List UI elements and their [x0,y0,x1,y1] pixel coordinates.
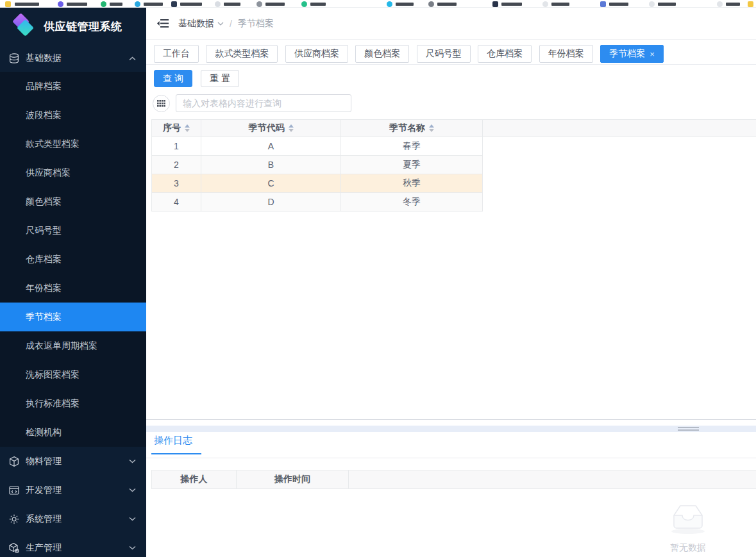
season-table-header: 序号 季节代码 季节名称 [151,119,756,137]
bookmark-label-stub [110,3,122,6]
sidebar-item[interactable]: 品牌档案 [0,72,146,101]
grid-icon [157,100,165,107]
column-label: 季节名称 [389,122,425,134]
tab-supplier[interactable]: 供应商档案 [285,45,348,63]
cell-index: 4 [152,193,201,212]
tab-warehouse[interactable]: 仓库档案 [478,45,532,63]
log-tab-underline [146,458,756,458]
bookmark-favicon-icon[interactable] [748,1,753,7]
query-button[interactable]: 查 询 [154,70,192,87]
sidebar-item[interactable]: 仓库档案 [0,245,146,274]
cell-index: 2 [152,156,201,174]
sidebar-section-label: 基础数据 [26,53,129,64]
bookmark-favicon-icon[interactable] [5,1,11,7]
sidebar-item[interactable]: 年份档案 [0,274,146,303]
bookmark-favicon-icon[interactable] [649,1,655,7]
tab-style-type[interactable]: 款式类型档案 [206,45,278,63]
sidebar-section-basic-data[interactable]: 基础数据 [0,45,146,72]
tab-label: 季节档案 [609,48,645,60]
sidebar-item[interactable]: 供应商档案 [0,158,146,187]
sidebar-section-material[interactable]: 物料管理 [0,447,146,476]
cell-index: 3 [152,174,201,193]
bookmark-label-stub [726,3,740,6]
production-icon [8,542,20,554]
bookmark-label-stub [609,3,628,6]
tab-size[interactable]: 尺码号型 [417,45,471,63]
bookmark-favicon-icon[interactable] [492,1,498,7]
table-row[interactable]: 4 D 冬季 [151,193,483,212]
bookmark-label-stub [437,3,457,6]
breadcrumb-separator: / [230,19,232,29]
sidebar-item-active[interactable]: 季节档案 [0,303,146,331]
bookmark-label-stub [658,3,676,6]
column-header-operator: 操作人 [152,470,237,488]
app-logo-row: 供应链管理系统 [0,8,146,45]
sidebar-item[interactable]: 波段档案 [0,101,146,129]
empty-inbox-icon [666,500,710,535]
sidebar-section-system[interactable]: 系统管理 [0,504,146,533]
panel-divider [146,419,756,420]
panel-splitter [146,426,756,432]
bookmark-favicon-icon[interactable] [717,1,723,7]
tab-year[interactable]: 年份档案 [539,45,593,63]
breadcrumb-root-label: 基础数据 [178,18,214,29]
sidebar-submenu: 品牌档案 波段档案 款式类型档案 供应商档案 颜色档案 尺码号型 仓库档案 年份… [0,72,146,447]
bookmark-favicon-icon[interactable] [542,1,548,7]
sidebar-item[interactable]: 洗标图案档案 [0,360,146,389]
column-settings-button[interactable] [153,95,170,112]
sidebar-section-production[interactable]: 生产管理 [0,533,146,557]
menu-fold-icon[interactable] [157,19,169,28]
sidebar-item[interactable]: 执行标准档案 [0,389,146,418]
empty-state: 暂无数据 [659,500,718,554]
sort-icon [289,124,294,132]
tab-close-icon[interactable]: × [650,50,655,58]
bookmark-favicon-icon[interactable] [101,1,106,7]
column-label: 季节代码 [249,122,285,134]
splitter-handle[interactable] [678,427,699,431]
cell-season-name: 夏季 [341,156,483,174]
tab-workbench[interactable]: 工作台 [154,45,199,63]
bookmark-label-stub [551,3,569,6]
sidebar-item[interactable]: 颜色档案 [0,187,146,216]
bookmark-favicon-icon[interactable] [58,1,63,7]
table-row[interactable]: 2 B 夏季 [151,156,483,174]
chevron-down-icon [129,545,136,550]
chevron-down-icon [129,517,136,521]
reset-button[interactable]: 重 置 [201,70,239,87]
bookmark-favicon-icon[interactable] [600,1,606,7]
column-header-season-code[interactable]: 季节代码 [201,120,341,137]
cell-season-name: 春季 [341,137,483,156]
sidebar-item[interactable]: 检测机构 [0,418,146,447]
sidebar-item[interactable]: 成衣返单周期档案 [0,331,146,360]
bookmark-label-stub [501,3,522,6]
sidebar-item[interactable]: 款式类型档案 [0,129,146,158]
column-header-index[interactable]: 序号 [152,120,201,137]
column-header-season-name[interactable]: 季节名称 [341,120,483,137]
cell-season-code: A [201,137,341,156]
bookmark-favicon-icon[interactable] [428,1,434,7]
gear-icon [8,513,20,525]
bookmark-favicon-icon[interactable] [256,1,262,7]
column-header-operation-time: 操作时间 [237,470,349,488]
bookmark-favicon-icon[interactable] [171,1,177,7]
browser-bookmarks-bar [0,0,756,8]
bookmark-favicon-icon[interactable] [301,1,307,7]
breadcrumb-root[interactable]: 基础数据 [178,18,224,29]
tab-color[interactable]: 颜色档案 [355,45,409,63]
sidebar-item[interactable]: 尺码号型 [0,216,146,245]
tab-season-active[interactable]: 季节档案 × [600,45,664,63]
bookmark-favicon-icon[interactable] [135,1,140,7]
search-input[interactable] [176,94,351,112]
cell-index: 1 [152,137,201,156]
database-icon [8,53,20,64]
cell-season-name: 秋季 [341,174,483,193]
table-row[interactable]: 1 A 春季 [151,137,483,156]
bookmark-favicon-icon[interactable] [215,1,221,7]
table-row-selected[interactable]: 3 C 秋季 [151,174,483,193]
caret-down-icon [217,22,224,26]
sidebar-section-development[interactable]: 开发管理 [0,476,146,504]
chevron-down-icon [129,459,136,463]
tab-operation-log[interactable]: 操作日志 [151,435,201,454]
bookmark-label-stub [180,3,202,6]
bookmark-favicon-icon[interactable] [387,1,392,7]
